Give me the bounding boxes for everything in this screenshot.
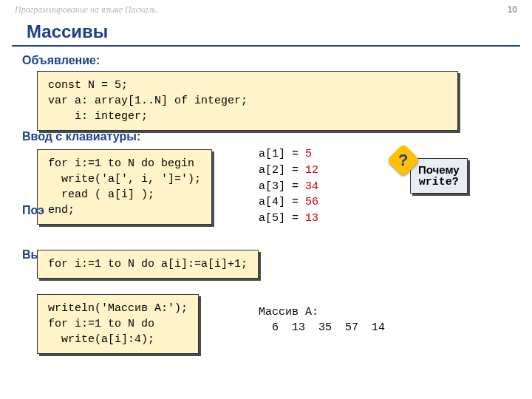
section-declare: Объявление:: [0, 52, 532, 69]
callout-why-write: ? Почему write?: [410, 158, 468, 194]
page-number: 10: [508, 4, 517, 16]
code-elemwise: for i:=1 to N do a[i]:=a[i]+1;: [37, 250, 259, 279]
code-output: writeln('Массив A:'); for i:=1 to N do w…: [37, 294, 199, 354]
slide-header: Программирование на языке Паскаль. 10: [0, 0, 532, 16]
section-elemwise-partial: Поэ: [22, 204, 44, 217]
slide-title: Массивы: [12, 16, 520, 47]
program-output: Массив A: 6 13 35 57 14: [259, 304, 385, 335]
array-values: a[1] = 5 a[2] = 12 a[3] = 34 a[4] = 56 a…: [259, 146, 318, 227]
question-badge-icon: ?: [386, 143, 420, 177]
course-title: Программирование на языке Паскаль.: [15, 4, 158, 16]
section-input: Ввод с клавиатуры:: [22, 130, 140, 143]
code-declare: const N = 5; var a: array[1..N] of integ…: [37, 71, 458, 131]
code-input: for i:=1 to N do begin write('a[', i, ']…: [37, 149, 212, 225]
